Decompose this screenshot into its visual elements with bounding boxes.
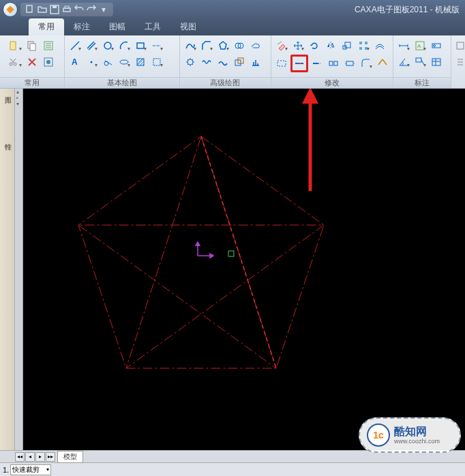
mirror-button[interactable] xyxy=(323,38,338,53)
open-icon[interactable] xyxy=(37,4,48,15)
mode-dropdown[interactable]: 快速裁剪 ▾ xyxy=(10,464,51,475)
redo-icon[interactable] xyxy=(86,4,97,15)
watermark-url: www.coozhi.com xyxy=(394,438,440,445)
linear-dim-button[interactable]: ▾ xyxy=(396,38,411,53)
copy-button[interactable] xyxy=(25,38,40,53)
tangent-button[interactable] xyxy=(100,55,115,70)
panel-tab-properties[interactable]: 特性 xyxy=(2,138,13,149)
table-button[interactable] xyxy=(429,55,444,70)
dim-style-button[interactable]: A▾ xyxy=(412,38,427,53)
sheet-nav-next[interactable]: ▸ xyxy=(35,452,45,462)
quick-trim-button[interactable] xyxy=(290,55,308,72)
delete-button[interactable] xyxy=(25,55,40,70)
svg-point-12 xyxy=(46,60,50,64)
window-title: CAXA电子图板2011 - 机械版 xyxy=(113,4,462,16)
spline-button[interactable]: ▾ xyxy=(183,38,198,53)
group-label-advanced: 高级绘图 xyxy=(180,77,271,88)
chart-button[interactable] xyxy=(248,55,263,70)
svg-rect-32 xyxy=(278,61,286,66)
circle-button[interactable]: ▾ xyxy=(100,38,115,53)
watermark: 1c 酷知网 www.coozhi.com xyxy=(359,417,461,453)
centerline-button[interactable]: ▾ xyxy=(149,38,164,53)
overflow-button-1[interactable] xyxy=(454,38,465,53)
svg-rect-30 xyxy=(359,47,362,50)
ribbon-group-common: ▾ ▾ 常用 xyxy=(0,35,65,88)
svg-rect-43 xyxy=(228,251,234,256)
paste-button[interactable]: ▾ xyxy=(3,38,23,53)
stretch-button[interactable] xyxy=(342,56,357,71)
ripple-button[interactable] xyxy=(215,55,230,70)
tab-frame[interactable]: 图幅 xyxy=(100,18,135,35)
chamfer-button[interactable]: ▾ xyxy=(199,38,214,53)
cloud-button[interactable] xyxy=(248,38,263,53)
sheet-tab-model[interactable]: 模型 xyxy=(57,451,83,463)
svg-rect-4 xyxy=(65,6,69,8)
leader-button[interactable]: ▾ xyxy=(412,55,427,70)
array-button[interactable]: ▾ xyxy=(356,38,371,53)
tab-view[interactable]: 视图 xyxy=(170,18,206,35)
erase-button[interactable]: ▾ xyxy=(274,38,289,53)
qat-dropdown-icon[interactable]: ▾ xyxy=(98,4,109,15)
tab-annotate[interactable]: 标注 xyxy=(64,18,100,35)
rect-button[interactable]: ▾ xyxy=(133,38,148,53)
region-button[interactable] xyxy=(232,55,247,70)
extend-button[interactable] xyxy=(310,56,325,71)
sheet-nav-last[interactable]: ▸▸ xyxy=(46,452,55,462)
trim-button[interactable] xyxy=(274,56,289,71)
svg-text:A: A xyxy=(72,57,78,67)
new-icon[interactable] xyxy=(25,4,35,15)
panel-tab-library[interactable]: 图库 xyxy=(2,91,13,102)
polygon-button[interactable]: ▾ xyxy=(149,55,164,70)
save-icon[interactable] xyxy=(49,4,60,15)
command-input-row: 1. 快速裁剪 ▾ xyxy=(0,462,465,476)
workspace: 图库 特性 ▴▪▾ xyxy=(0,89,465,450)
svg-rect-28 xyxy=(359,42,362,44)
svg-point-39 xyxy=(434,45,436,47)
tab-tools[interactable]: 工具 xyxy=(135,18,170,35)
undo-icon[interactable] xyxy=(74,4,85,15)
sheet-nav-first[interactable]: ◂◂ xyxy=(15,452,25,462)
explode-button[interactable] xyxy=(375,56,390,71)
offset-button[interactable] xyxy=(372,38,387,53)
rotate-button[interactable] xyxy=(307,38,322,53)
fillet-adv-button[interactable]: ▾ xyxy=(359,56,374,71)
title-bar: ▾ CAXA电子图板2011 - 机械版 xyxy=(0,0,465,19)
scale-button[interactable] xyxy=(340,38,355,53)
watermark-logo: 1c xyxy=(367,423,390,447)
print-icon[interactable] xyxy=(61,4,72,15)
text-button[interactable]: A xyxy=(68,55,82,70)
ellipse-button[interactable]: ▾ xyxy=(117,55,132,70)
drawing-canvas[interactable] xyxy=(23,89,465,450)
svg-rect-7 xyxy=(30,44,35,50)
tab-common[interactable]: 常用 xyxy=(29,18,64,35)
watermark-brand: 酷知网 xyxy=(394,425,440,438)
svg-rect-2 xyxy=(52,5,57,8)
app-menu-button[interactable] xyxy=(3,2,18,17)
svg-point-23 xyxy=(188,59,193,65)
angle-dim-button[interactable]: ▾ xyxy=(396,55,411,70)
cut-button[interactable]: ▾ xyxy=(3,55,23,70)
svg-rect-3 xyxy=(63,8,70,12)
hatch-button[interactable] xyxy=(133,55,148,70)
mode-dropdown-value: 快速裁剪 xyxy=(12,465,40,475)
move-button[interactable]: ▾ xyxy=(290,38,305,53)
tolerance-button[interactable] xyxy=(429,38,444,53)
svg-rect-35 xyxy=(346,61,353,65)
sheet-nav-prev[interactable]: ◂ xyxy=(25,452,35,462)
arc-button[interactable]: ▾ xyxy=(117,38,132,53)
point-button[interactable]: ▾ xyxy=(84,55,99,70)
polygon-n-button[interactable]: ▾ xyxy=(215,38,230,53)
svg-rect-34 xyxy=(334,61,338,65)
match-button[interactable] xyxy=(41,55,56,70)
gear-button[interactable] xyxy=(183,55,198,70)
ribbon-group-advanced-draw: ▾ ▾ ▾ 高级绘图 xyxy=(180,35,271,88)
line-button[interactable]: ▾ xyxy=(68,38,82,53)
overflow-button-2[interactable] xyxy=(454,55,465,70)
wave-button[interactable] xyxy=(199,55,214,70)
intersect-circle-button[interactable] xyxy=(232,38,247,53)
break-button[interactable] xyxy=(326,56,341,71)
properties-button[interactable] xyxy=(41,38,56,53)
svg-rect-5 xyxy=(10,42,16,50)
parallel-button[interactable]: ▾ xyxy=(84,38,99,53)
svg-rect-40 xyxy=(416,58,421,62)
